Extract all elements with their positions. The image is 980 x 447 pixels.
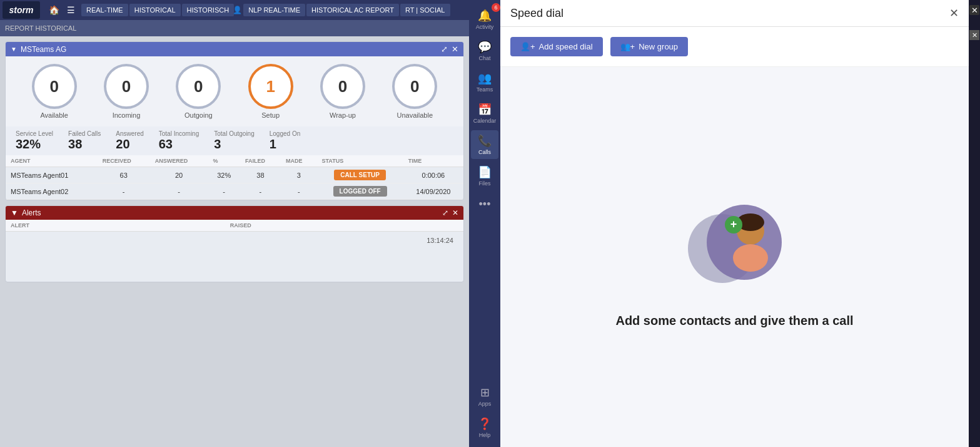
- tab-rt-social[interactable]: RT | SOCIAL: [400, 4, 450, 16]
- tab-nlp-realtime[interactable]: NLP REAL-TIME: [243, 4, 305, 16]
- tab-historical-ac[interactable]: HISTORICAL AC REPORT: [306, 4, 399, 16]
- col-agent: Agent: [6, 155, 98, 167]
- alerts-widget: ▼ Alerts ⤢ ✕ Alert Raised 13:14:24: [5, 205, 464, 282]
- report-bar: REPORT HISTORICAL: [0, 20, 469, 36]
- stat-incoming: 0 Incoming: [104, 64, 149, 119]
- stat-available: 0 Available: [32, 64, 77, 119]
- green-notif-close[interactable]: ✕: [969, 30, 979, 40]
- metric-answered: Answered 20: [116, 130, 143, 152]
- agent-table: Agent Received Answered % Failed Made St…: [6, 155, 463, 200]
- speed-dial-svg: +: [679, 186, 791, 299]
- col-failed: Failed: [240, 155, 281, 167]
- widget-header-msteams: ▼ MSTeams AG ⤢ ✕: [6, 42, 463, 56]
- stat-outgoing: 0 Outgoing: [176, 64, 221, 119]
- add-speed-dial-icon: 👤+: [520, 42, 535, 51]
- circle-incoming: 0: [104, 64, 149, 109]
- circle-setup: 1: [248, 64, 293, 109]
- agent-name-01: MSTeams Agent01: [6, 167, 98, 183]
- far-right-panel: ✕ ✕: [969, 0, 980, 447]
- sidebar-label-teams: Teams: [477, 86, 493, 93]
- sidebar-item-chat[interactable]: 💬 Chat: [471, 36, 498, 65]
- top-nav: storm 🏠 ☰ REAL-TIME HISTORICAL HISTORISC…: [0, 0, 469, 20]
- new-group-button[interactable]: 👥+ New group: [610, 37, 688, 56]
- table-row: MSTeams Agent01 63 20 32% 38 3 CALL SETU…: [6, 167, 463, 183]
- speed-dial-illustration: +: [679, 186, 791, 299]
- logo-area: storm: [3, 1, 40, 19]
- alerts-resize-icon[interactable]: ⤢: [442, 208, 448, 217]
- sidebar-item-activity-wrap: 🔔 Activity 6: [471, 5, 498, 34]
- report-bar-text: REPORT HISTORICAL: [5, 24, 76, 32]
- calendar-icon: 📅: [478, 103, 492, 116]
- col-raised: Raised: [225, 220, 463, 232]
- sidebar-item-apps[interactable]: ⊞ Apps: [471, 382, 498, 411]
- stat-unavailable: 0 Unavailable: [392, 64, 437, 119]
- sidebar-item-teams[interactable]: 👥 Teams: [471, 68, 498, 96]
- status-call-setup-btn[interactable]: CALL SETUP: [334, 170, 386, 180]
- speed-dial-title: Speed dial: [510, 7, 563, 20]
- help-icon: ❓: [478, 417, 492, 431]
- widget-header-controls: ⤢ ✕: [441, 44, 458, 54]
- alerts-table: Alert Raised: [6, 220, 463, 232]
- table-row: MSTeams Agent02 - - - - - LOGGED OFF 14/…: [6, 183, 463, 200]
- far-right-close-btn[interactable]: ✕: [969, 5, 979, 15]
- add-speed-dial-button[interactable]: 👤+ Add speed dial: [510, 37, 603, 56]
- speed-dial-content: + Add some contacts and give them a call: [500, 67, 969, 447]
- home-icon[interactable]: 🏠: [46, 4, 62, 16]
- svg-text:+: +: [730, 218, 737, 230]
- agent-name-02: MSTeams Agent02: [6, 183, 98, 200]
- col-received: Received: [98, 155, 150, 167]
- apps-icon: ⊞: [480, 386, 490, 399]
- col-status: Status: [316, 155, 403, 167]
- col-answered: Answered: [150, 155, 208, 167]
- circle-unavailable: 0: [392, 64, 437, 109]
- sidebar-label-calls: Calls: [478, 149, 491, 155]
- activity-badge: 6: [492, 3, 500, 12]
- sidebar-item-help[interactable]: ❓ Help: [471, 413, 498, 442]
- tab-historisch[interactable]: HISTORISCH: [182, 4, 235, 16]
- metric-failed-calls: Failed Calls 38: [68, 130, 101, 152]
- widget-close-icon[interactable]: ✕: [452, 44, 458, 54]
- alerts-collapse-arrow[interactable]: ▼: [11, 208, 18, 217]
- speed-dial-close-btn[interactable]: ✕: [949, 6, 959, 20]
- sidebar-item-files[interactable]: 📄 Files: [471, 162, 498, 190]
- files-icon: 📄: [478, 165, 492, 179]
- metric-total-outgoing: Total Outgoing 3: [214, 130, 255, 152]
- sidebar-label-chat: Chat: [478, 55, 490, 61]
- collapse-arrow[interactable]: ▼: [11, 46, 17, 53]
- menu-icon[interactable]: ☰: [64, 4, 78, 16]
- tab-realtime[interactable]: REAL-TIME: [81, 4, 128, 16]
- widget-header-left: ▼ MSTeams AG: [11, 45, 66, 54]
- main-content: ▼ MSTeams AG ⤢ ✕ 0 Available: [0, 36, 469, 447]
- logo-text: storm: [9, 5, 34, 15]
- logo: storm: [3, 1, 40, 19]
- alerts-body: 13:14:24: [6, 232, 463, 282]
- svg-point-3: [733, 244, 768, 272]
- tab-historical[interactable]: HISTORICAL: [129, 4, 181, 16]
- status-logged-off-btn[interactable]: LOGGED OFF: [333, 186, 387, 197]
- col-pct: %: [208, 155, 240, 167]
- sidebar-item-calls[interactable]: 📞 Calls: [471, 130, 498, 159]
- metric-logged-on: Logged On 1: [270, 130, 301, 152]
- sidebar-label-calendar: Calendar: [473, 118, 497, 124]
- sidebar-label-apps: Apps: [478, 401, 492, 407]
- teams-icon: 👥: [478, 71, 492, 85]
- alerts-title: Alerts: [22, 208, 41, 217]
- widget-resize-icon[interactable]: ⤢: [441, 44, 448, 54]
- sidebar-item-calendar[interactable]: 📅 Calendar: [471, 99, 498, 128]
- metric-service-level: Service Level 32%: [16, 130, 53, 152]
- stats-row: 0 Available 0 Incoming 0 Outgoing: [6, 56, 463, 126]
- speed-dial-header: Speed dial ✕: [500, 0, 969, 27]
- speed-dial-empty-text: Add some contacts and give them a call: [615, 314, 853, 328]
- msteams-widget-title: MSTeams AG: [21, 45, 66, 54]
- alerts-close-icon[interactable]: ✕: [452, 208, 458, 217]
- msteams-widget: ▼ MSTeams AG ⤢ ✕ 0 Available: [5, 41, 464, 200]
- three-dots-button[interactable]: •••: [477, 193, 493, 216]
- alerts-header: ▼ Alerts ⤢ ✕: [6, 206, 463, 220]
- chat-icon: 💬: [478, 40, 492, 54]
- col-made: Made: [281, 155, 317, 167]
- sidebar-label-activity: Activity: [476, 24, 494, 30]
- activity-icon: 🔔: [478, 9, 492, 23]
- col-time: Time: [403, 155, 463, 167]
- calls-icon: 📞: [478, 134, 492, 148]
- alert-time: 13:14:24: [427, 237, 453, 244]
